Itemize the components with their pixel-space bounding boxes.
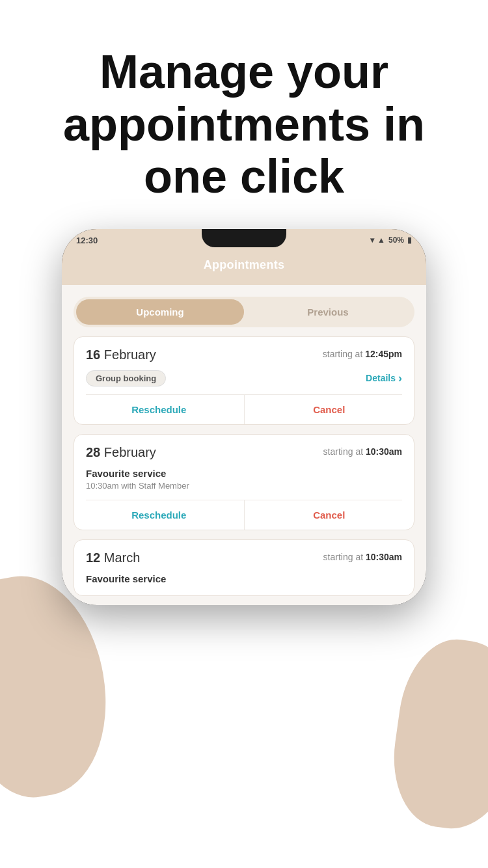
card-actions-2: Reschedule Cancel [74, 500, 414, 530]
appointment-card-3: 12 March starting at 10:30am Favourite s… [74, 539, 414, 596]
hero-title: Manage your appointments in one click [0, 0, 488, 229]
card-actions-1: Reschedule Cancel [74, 395, 414, 424]
phone-frame: 12:30 ▾ ▲ 50% ▮ Appointments Upcoming Pr… [62, 229, 426, 605]
card-service-2: Favourite service 10:30am with Staff Mem… [74, 468, 414, 500]
chevron-icon-1 [398, 372, 402, 384]
app-header: Appointments [62, 249, 426, 285]
card-top-2: 28 February starting at 10:30am [74, 435, 414, 468]
card-tags-1: Group booking Details [74, 370, 414, 394]
status-icons: ▾ ▲ 50% ▮ [370, 236, 412, 245]
card-time-1: starting at 12:45pm [323, 349, 402, 359]
card-service-3: Favourite service [74, 573, 414, 595]
cancel-button-2[interactable]: Cancel [245, 500, 414, 530]
service-detail-2: 10:30am with Staff Member [86, 481, 402, 491]
reschedule-button-2[interactable]: Reschedule [74, 500, 245, 530]
group-booking-badge: Group booking [86, 370, 166, 387]
battery-icon: ▮ [407, 236, 412, 245]
phone-screen: Upcoming Previous 16 February starting a… [62, 285, 426, 605]
wifi-icon: ▾ [370, 236, 374, 245]
service-name-3: Favourite service [86, 573, 402, 584]
tab-previous[interactable]: Previous [244, 299, 412, 325]
card-day-3: 12 [86, 550, 100, 565]
decorative-blob-right [385, 632, 488, 837]
signal-icon: ▲ [377, 236, 385, 245]
reschedule-button-1[interactable]: Reschedule [74, 395, 245, 424]
phone-mockup: 12:30 ▾ ▲ 50% ▮ Appointments Upcoming Pr… [0, 229, 488, 605]
card-month-3: March [104, 550, 141, 565]
card-top-3: 12 March starting at 10:30am [74, 540, 414, 573]
tab-switcher: Upcoming Previous [74, 297, 414, 327]
battery-display: 50% [388, 236, 404, 245]
card-month-2: February [104, 445, 156, 459]
card-top-1: 16 February starting at 12:45pm [74, 337, 414, 370]
card-day-1: 16 [86, 347, 100, 362]
card-day-2: 28 [86, 445, 100, 459]
notch [202, 229, 286, 247]
appointment-card-2: 28 February starting at 10:30am Favourit… [74, 434, 414, 530]
card-time-3: starting at 10:30am [323, 552, 402, 562]
card-date-3: 12 March [86, 550, 140, 565]
card-date-1: 16 February [86, 347, 156, 362]
appointment-card-1: 16 February starting at 12:45pm Group bo… [74, 336, 414, 425]
card-date-2: 28 February [86, 445, 156, 460]
card-time-2: starting at 10:30am [323, 446, 402, 457]
service-name-2: Favourite service [86, 468, 402, 479]
cancel-button-1[interactable]: Cancel [245, 395, 414, 424]
card-month-1: February [104, 347, 156, 362]
status-bar: 12:30 ▾ ▲ 50% ▮ [62, 229, 426, 249]
tab-upcoming[interactable]: Upcoming [76, 299, 244, 325]
time-display: 12:30 [76, 236, 98, 245]
app-title: Appointments [204, 258, 285, 271]
details-link-1[interactable]: Details [366, 372, 402, 384]
